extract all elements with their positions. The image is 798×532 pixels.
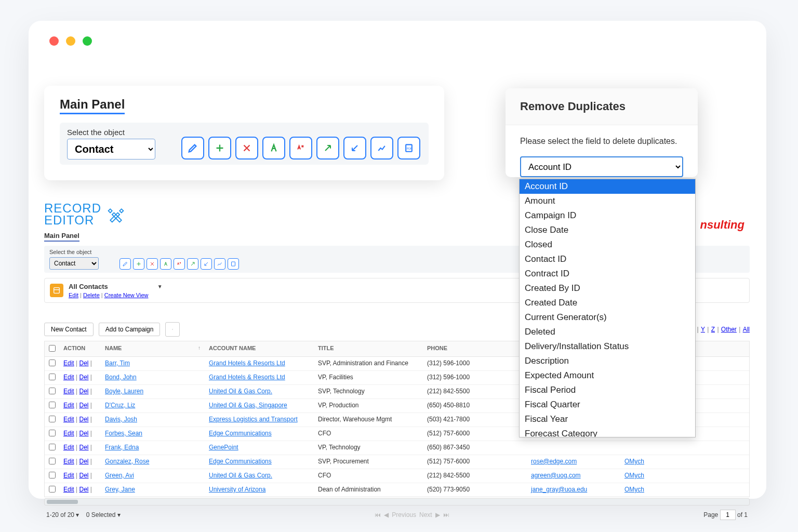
row-checkbox[interactable]: [49, 360, 56, 366]
row-edit-link[interactable]: Edit: [63, 360, 74, 367]
row-edit-link[interactable]: Edit: [63, 472, 74, 479]
sm-object-select[interactable]: Contact: [49, 257, 99, 270]
col-name[interactable]: NAME↑: [101, 341, 205, 356]
view-edit-link[interactable]: Edit: [69, 292, 78, 298]
dropdown-option[interactable]: Deleted: [520, 325, 695, 339]
row-checkbox[interactable]: [49, 444, 56, 450]
row-del-link[interactable]: Del: [79, 374, 89, 381]
row-del-link[interactable]: Del: [79, 444, 89, 451]
row-del-link[interactable]: Del: [79, 416, 89, 423]
row-owner-link[interactable]: OMych: [624, 472, 644, 479]
row-name-link[interactable]: Barr, Tim: [105, 360, 130, 367]
alpha-link[interactable]: Y: [701, 326, 705, 333]
sm-find-button[interactable]: [160, 258, 171, 270]
find-button[interactable]: [262, 137, 285, 159]
dropdown-option[interactable]: Delivery/Installation Status: [520, 339, 695, 354]
alpha-link[interactable]: Z: [711, 326, 715, 333]
dropdown-option[interactable]: Campaign ID: [520, 208, 695, 223]
col-phone[interactable]: PHONE: [423, 341, 527, 356]
row-del-link[interactable]: Del: [79, 458, 89, 465]
row-account-link[interactable]: Grand Hotels & Resorts Ltd: [209, 360, 285, 367]
row-checkbox[interactable]: [49, 430, 56, 436]
next-page-icon[interactable]: ▶: [435, 511, 440, 518]
add-to-campaign-button[interactable]: Add to Campaign: [99, 323, 161, 336]
row-del-link[interactable]: Del: [79, 402, 89, 409]
row-account-link[interactable]: Express Logistics and Transport: [209, 416, 298, 423]
row-checkbox[interactable]: [49, 416, 56, 422]
sm-chart-button[interactable]: [214, 258, 225, 270]
row-name-link[interactable]: Frank, Edna: [105, 444, 139, 451]
row-name-link[interactable]: Bond, John: [105, 374, 137, 381]
row-name-link[interactable]: D'Cruz, Liz: [105, 402, 135, 409]
replace-button[interactable]: [289, 137, 312, 159]
alpha-link[interactable]: All: [743, 326, 750, 333]
row-owner-link[interactable]: OMych: [624, 486, 644, 493]
row-name-link[interactable]: Gonzalez, Rose: [105, 458, 149, 465]
row-email-link[interactable]: agreen@uog.com: [531, 472, 581, 479]
row-account-link[interactable]: United Oil & Gas Corp.: [209, 388, 272, 395]
row-account-link[interactable]: United Oil & Gas, Singapore: [209, 402, 287, 409]
row-edit-link[interactable]: Edit: [63, 430, 74, 437]
sm-edit-button[interactable]: [119, 258, 131, 270]
sm-delete-button[interactable]: [147, 258, 158, 270]
dropdown-option[interactable]: Contact ID: [520, 252, 695, 267]
row-account-link[interactable]: Edge Communications: [209, 458, 272, 465]
dropdown-option[interactable]: Fiscal Quarter: [520, 397, 695, 412]
row-checkbox[interactable]: [49, 458, 56, 464]
sm-export-button[interactable]: [187, 258, 198, 270]
row-edit-link[interactable]: Edit: [63, 444, 74, 451]
prev-label[interactable]: Previous: [392, 511, 416, 518]
row-email-link[interactable]: rose@edge.com: [531, 458, 577, 465]
object-select[interactable]: Contact: [67, 139, 155, 159]
row-name-link[interactable]: Green, Avi: [105, 472, 134, 479]
col-title[interactable]: TITLE: [314, 341, 423, 356]
dropdown-option[interactable]: Created Date: [520, 296, 695, 310]
page-input[interactable]: [720, 510, 736, 520]
sm-import-button[interactable]: [201, 258, 212, 270]
row-edit-link[interactable]: Edit: [63, 458, 74, 465]
row-edit-link[interactable]: Edit: [63, 374, 74, 381]
export-button[interactable]: [316, 137, 339, 159]
row-del-link[interactable]: Del: [79, 360, 89, 367]
sm-pdf-button[interactable]: [228, 258, 239, 270]
add-button[interactable]: [208, 137, 231, 159]
dropdown-option[interactable]: Current Generator(s): [520, 310, 695, 325]
field-dropdown-list[interactable]: Account IDAmountCampaign IDClose DateClo…: [519, 179, 696, 437]
refresh-button[interactable]: [165, 322, 180, 337]
maximize-icon[interactable]: [83, 36, 92, 46]
row-checkbox[interactable]: [49, 486, 56, 493]
row-account-link[interactable]: University of Arizona: [209, 486, 265, 493]
row-edit-link[interactable]: Edit: [63, 388, 74, 395]
row-checkbox[interactable]: [49, 374, 56, 380]
dropdown-option[interactable]: Contract ID: [520, 267, 695, 281]
row-name-link[interactable]: Davis, Josh: [105, 416, 137, 423]
row-edit-link[interactable]: Edit: [63, 416, 74, 423]
view-delete-link[interactable]: Delete: [83, 292, 100, 298]
row-name-link[interactable]: Forbes, Sean: [105, 430, 142, 437]
row-del-link[interactable]: Del: [79, 486, 89, 493]
dropdown-option[interactable]: Created By ID: [520, 281, 695, 296]
selected-indicator[interactable]: 0 Selected ▾: [86, 511, 121, 518]
row-checkbox[interactable]: [49, 402, 56, 408]
dropdown-option[interactable]: Account ID: [520, 179, 695, 194]
row-del-link[interactable]: Del: [79, 472, 89, 479]
row-account-link[interactable]: Edge Communications: [209, 430, 272, 437]
last-page-icon[interactable]: ⏭: [443, 511, 449, 518]
view-create-link[interactable]: Create New View: [104, 292, 149, 298]
row-checkbox[interactable]: [49, 388, 56, 394]
col-account[interactable]: ACCOUNT NAME: [205, 341, 314, 356]
minimize-icon[interactable]: [66, 36, 75, 46]
row-account-link[interactable]: United Oil & Gas Corp.: [209, 472, 272, 479]
sm-replace-button[interactable]: [174, 258, 185, 270]
row-del-link[interactable]: Del: [79, 430, 89, 437]
prev-page-icon[interactable]: ◀: [384, 511, 389, 518]
row-account-link[interactable]: GenePoint: [209, 444, 238, 451]
next-label[interactable]: Next: [419, 511, 432, 518]
dropdown-option[interactable]: Description: [520, 354, 695, 368]
alpha-link[interactable]: Other: [721, 326, 737, 333]
range-indicator[interactable]: 1-20 of 20 ▾: [46, 511, 79, 518]
duplicate-field-select[interactable]: Account ID: [520, 156, 683, 177]
row-name-link[interactable]: Grey, Jane: [105, 486, 135, 493]
chart-button[interactable]: [370, 137, 393, 159]
dropdown-option[interactable]: Close Date: [520, 223, 695, 237]
